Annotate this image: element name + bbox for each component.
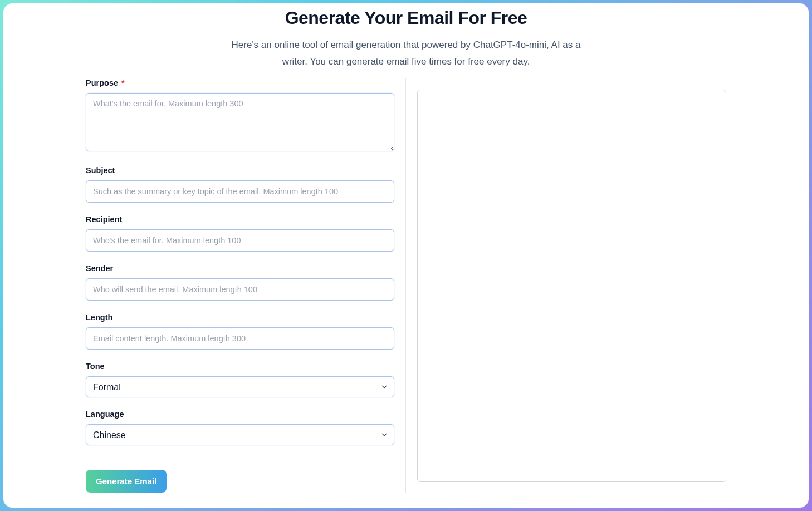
form-column: Purpose * Subject Recipient Sender bbox=[44, 78, 406, 493]
page-subtitle: Here's an online tool of email generatio… bbox=[228, 37, 584, 70]
sender-label: Sender bbox=[86, 264, 394, 273]
subject-label: Subject bbox=[86, 166, 394, 175]
generate-button[interactable]: Generate Email bbox=[86, 470, 167, 493]
required-asterisk: * bbox=[121, 78, 125, 87]
sender-input[interactable] bbox=[86, 278, 394, 301]
header: Generate Your Email For Free Here's an o… bbox=[44, 3, 768, 70]
subject-group: Subject bbox=[86, 166, 394, 203]
language-select[interactable]: Chinese bbox=[86, 424, 394, 445]
purpose-label-text: Purpose bbox=[86, 78, 118, 87]
length-input[interactable] bbox=[86, 327, 394, 350]
tone-group: Tone Formal bbox=[86, 362, 394, 397]
tone-label: Tone bbox=[86, 362, 394, 371]
tone-select[interactable]: Formal bbox=[86, 376, 394, 397]
main-container: Generate Your Email For Free Here's an o… bbox=[3, 3, 809, 508]
length-label: Length bbox=[86, 313, 394, 322]
page-title: Generate Your Email For Free bbox=[44, 8, 768, 28]
recipient-input[interactable] bbox=[86, 229, 394, 252]
purpose-label: Purpose * bbox=[86, 78, 394, 87]
content-wrapper: Generate Your Email For Free Here's an o… bbox=[33, 3, 779, 493]
purpose-group: Purpose * bbox=[86, 78, 394, 154]
output-column bbox=[406, 78, 768, 493]
recipient-group: Recipient bbox=[86, 215, 394, 252]
output-box bbox=[417, 90, 726, 482]
length-group: Length bbox=[86, 313, 394, 350]
subject-input[interactable] bbox=[86, 180, 394, 203]
sender-group: Sender bbox=[86, 264, 394, 301]
two-column-layout: Purpose * Subject Recipient Sender bbox=[44, 78, 768, 493]
recipient-label: Recipient bbox=[86, 215, 394, 224]
language-group: Language Chinese bbox=[86, 410, 394, 445]
language-label: Language bbox=[86, 410, 394, 419]
purpose-input[interactable] bbox=[86, 93, 394, 151]
